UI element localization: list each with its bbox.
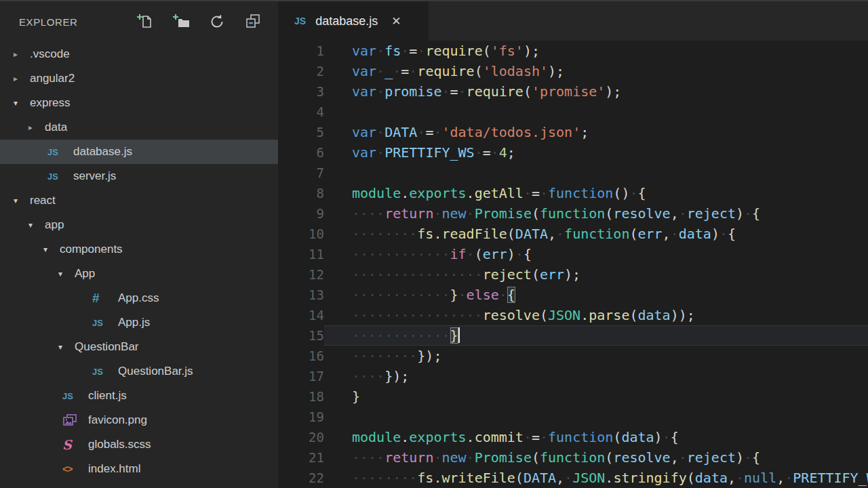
code-line-11[interactable]: 11············if·(err)·{ <box>278 244 868 264</box>
code-line-20[interactable]: 20module.exports.commit·=·function(data)… <box>278 427 868 447</box>
chevron-collapsed-icon[interactable]: ▸ <box>14 50 23 58</box>
code-token: ( <box>475 63 483 79</box>
code-line-content[interactable]: module.exports.getAll·=·function()·{ <box>324 183 868 203</box>
code-line-2[interactable]: 2var·_·=·require('lodash'); <box>278 61 868 81</box>
code-line-content[interactable]: ············if·(err)·{ <box>324 244 868 264</box>
line-number: 10 <box>278 224 324 244</box>
tree-item-database-js[interactable]: JSdatabase.js <box>0 140 278 164</box>
code-line-content[interactable]: ············}·else·{ <box>324 285 868 305</box>
code-token: JSON <box>548 307 580 323</box>
code-line-7[interactable]: 7 <box>278 163 868 183</box>
code-token: , <box>728 470 736 486</box>
chevron-collapsed-icon[interactable]: ▸ <box>28 123 38 131</box>
new-folder-button[interactable] <box>172 13 190 30</box>
code-token: · <box>671 226 679 242</box>
tree-item-favicon-png[interactable]: favicon.png <box>0 408 278 432</box>
chevron-expanded-icon[interactable]: ▾ <box>14 197 23 205</box>
code-token: = <box>425 124 433 140</box>
tree-item-angular2[interactable]: ▸angular2 <box>0 66 278 91</box>
chevron-collapsed-icon[interactable]: ▸ <box>14 75 23 83</box>
code-token: module <box>352 185 401 201</box>
chevron-expanded-icon[interactable]: ▾ <box>28 221 38 229</box>
code-token: , <box>671 205 679 222</box>
code-line-content[interactable]: var·fs·=·require('fs'); <box>324 41 868 61</box>
tree-item-server-js[interactable]: JSserver.js <box>0 164 278 188</box>
code-line-14[interactable]: 14················resolve(JSON.parse(dat… <box>278 305 868 325</box>
chevron-expanded-icon[interactable]: ▾ <box>14 99 23 107</box>
code-line-8[interactable]: 8module.exports.getAll·=·function()·{ <box>278 183 868 203</box>
code-token: _ <box>384 63 393 79</box>
code-line-6[interactable]: 6var·PRETTIFY_WS·=·4; <box>278 142 868 163</box>
code-line-9[interactable]: 9····return·new·Promise(function(resolve… <box>278 203 868 224</box>
code-line-content[interactable]: ············} <box>324 325 868 346</box>
code-line-21[interactable]: 21····return·new·Promise(function(resolv… <box>278 447 868 468</box>
tree-item-react[interactable]: ▾react <box>0 188 278 213</box>
chevron-expanded-icon[interactable]: ▾ <box>43 245 53 253</box>
code-line-22[interactable]: 22········fs.writeFile(DATA,·JSON.string… <box>278 468 868 488</box>
code-line-16[interactable]: 16········}); <box>278 346 868 366</box>
code-line-1[interactable]: 1var·fs·=·require('fs'); <box>278 41 868 61</box>
tab-database-js[interactable]: JS database.js ✕ <box>278 1 429 41</box>
code-line-content[interactable]: } <box>324 386 868 407</box>
explorer-title: EXPLORER <box>19 16 136 28</box>
code-token: return <box>384 205 433 222</box>
code-line-18[interactable]: 18} <box>278 386 868 407</box>
code-token: · <box>417 43 425 59</box>
chevron-expanded-icon[interactable]: ▾ <box>58 270 68 278</box>
code-line-content[interactable]: ····return·new·Promise(function(resolve,… <box>324 203 868 224</box>
tree-item-globals-scss[interactable]: Sglobals.scss <box>0 432 278 457</box>
code-token: 4 <box>499 144 507 161</box>
tree-item-app[interactable]: ▾app <box>0 213 278 237</box>
code-line-19[interactable]: 19 <box>278 407 868 427</box>
code-token: · <box>467 449 475 466</box>
code-line-content[interactable]: ················resolve(JSON.parse(data)… <box>324 305 868 325</box>
code-line-content[interactable]: var·promise·=·require('promise'); <box>324 81 868 102</box>
code-line-content[interactable]: ················reject(err); <box>324 264 868 285</box>
chevron-expanded-icon[interactable]: ▾ <box>58 343 68 351</box>
tree-item-questionbar[interactable]: ▾QuestionBar <box>0 335 278 359</box>
collapse-all-button[interactable] <box>244 13 262 30</box>
tree-item-label: angular2 <box>30 72 75 85</box>
line-number: 14 <box>278 305 324 325</box>
new-file-button[interactable] <box>136 13 154 30</box>
line-number: 5 <box>278 122 324 142</box>
code-line-content[interactable]: ········}); <box>324 346 868 366</box>
tree-item-index-html[interactable]: <>index.html <box>0 457 278 481</box>
code-line-content[interactable]: ········fs.readFile(DATA,·function(err,·… <box>324 224 868 244</box>
code-line-content[interactable]: var·PRETTIFY_WS·=·4; <box>324 142 868 163</box>
js-glyph: JS <box>62 391 73 401</box>
tree-item-app-css[interactable]: #App.css <box>0 286 278 310</box>
code-token: · <box>441 83 450 100</box>
code-token: fs <box>417 226 433 242</box>
tab-close-icon[interactable]: ✕ <box>391 14 401 28</box>
tree-item-questionbar-js[interactable]: JSQuestionBar.js <box>0 359 278 384</box>
code-token: writeFile <box>441 470 515 486</box>
code-line-content[interactable]: ····}); <box>324 366 868 386</box>
tree-item-app[interactable]: ▾App <box>0 262 278 286</box>
code-line-content[interactable]: var·DATA·=·'data/todos.json'; <box>324 122 868 142</box>
code-line-content[interactable]: ····return·new·Promise(function(resolve,… <box>324 447 868 468</box>
code-line-3[interactable]: 3var·promise·=·require('promise'); <box>278 81 868 102</box>
code-editor[interactable]: 1var·fs·=·require('fs');2var·_·=·require… <box>278 41 868 488</box>
code-line-12[interactable]: 12················reject(err); <box>278 264 868 285</box>
refresh-button[interactable] <box>208 13 226 30</box>
code-line-4[interactable]: 4 <box>278 102 868 122</box>
code-line-content[interactable] <box>324 163 868 183</box>
code-line-content[interactable]: var·_·=·require('lodash'); <box>324 61 868 81</box>
code-token: · <box>524 429 532 445</box>
code-line-content[interactable] <box>324 102 868 122</box>
tree-item-client-js[interactable]: JSclient.js <box>0 384 278 408</box>
tree-item-data[interactable]: ▸data <box>0 115 278 140</box>
code-line-5[interactable]: 5var·DATA·=·'data/todos.json'; <box>278 122 868 142</box>
tree-item-app-js[interactable]: JSApp.js <box>0 310 278 335</box>
code-line-content[interactable]: module.exports.commit·=·function(data)·{ <box>324 427 868 447</box>
code-line-13[interactable]: 13············}·else·{ <box>278 285 868 305</box>
tree-item--vscode[interactable]: ▸.vscode <box>0 42 278 66</box>
code-line-17[interactable]: 17····}); <box>278 366 868 386</box>
tree-item-express[interactable]: ▾express <box>0 91 278 115</box>
code-line-content[interactable]: ········fs.writeFile(DATA,·JSON.stringif… <box>324 468 868 488</box>
code-line-10[interactable]: 10········fs.readFile(DATA,·function(err… <box>278 224 868 244</box>
tree-item-components[interactable]: ▾components <box>0 237 278 262</box>
code-line-15[interactable]: 15············} <box>278 325 868 346</box>
code-line-content[interactable] <box>324 407 868 427</box>
